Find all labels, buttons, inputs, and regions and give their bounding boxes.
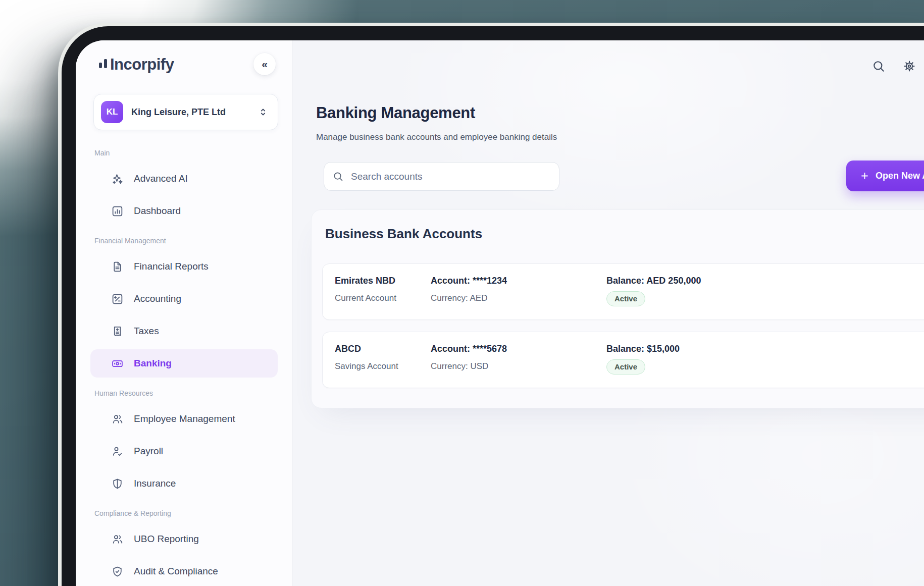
sidebar-item-accounting[interactable]: Accounting (90, 285, 278, 313)
account-number-column: Account: ****1234 Currency: AED (431, 275, 507, 304)
app-surface: Incorpify « KL King Leisure, PTE Ltd Mai… (76, 40, 924, 586)
account-row-emirates-nbd[interactable]: Emirates NBD Current Account Account: **… (322, 263, 924, 320)
status-badge: Active (606, 291, 645, 306)
sidebar-item-label: Insurance (134, 478, 176, 489)
account-currency: Currency: AED (431, 293, 507, 304)
sidebar-item-audit-compliance[interactable]: Audit & Compliance (90, 557, 278, 585)
account-balance: Balance: $15,000 (606, 343, 680, 355)
sidebar-item-label: Audit & Compliance (134, 566, 218, 577)
sidebar-item-advanced-ai[interactable]: Advanced AI (90, 165, 278, 193)
account-number: Account: ****5678 (431, 343, 507, 355)
account-currency: Currency: USD (431, 361, 507, 372)
account-balance: Balance: AED 250,000 (606, 275, 701, 287)
search-icon (332, 171, 344, 182)
bank-name: ABCD (335, 343, 398, 355)
brand-name: Incorpify (110, 56, 174, 74)
page-title: Banking Management (316, 104, 475, 122)
sidebar-item-label: Financial Reports (134, 261, 209, 272)
sidebar-item-label: Payroll (134, 446, 163, 457)
sidebar: Incorpify « KL King Leisure, PTE Ltd Mai… (76, 40, 293, 586)
account-type: Savings Account (335, 361, 398, 372)
sidebar-item-employee-management[interactable]: Employee Management (90, 405, 278, 433)
account-number: Account: ****1234 (431, 275, 507, 287)
app-window-frame: Incorpify « KL King Leisure, PTE Ltd Mai… (62, 26, 924, 586)
sidebar-item-label: Banking (134, 358, 172, 369)
plus-icon (860, 171, 869, 181)
nav-section-hr: Human Resources (94, 389, 278, 398)
unfold-chevrons-icon (258, 106, 269, 118)
sidebar-item-payroll[interactable]: Payroll (90, 437, 278, 465)
shield-check-icon (111, 565, 124, 578)
banknote-icon (111, 357, 124, 370)
business-bank-accounts-card: Business Bank Accounts Emirates NBD Curr… (311, 209, 924, 408)
status-badge: Active (606, 359, 645, 375)
nav-section-financial: Financial Management (94, 236, 278, 245)
sidebar-nav: Main Advanced AI Dashboard Financial (76, 137, 292, 586)
sidebar-item-label: Dashboard (134, 205, 181, 217)
brand-bars-icon (99, 59, 107, 71)
account-bank-column: ABCD Savings Account (335, 343, 398, 372)
accounts-search-field (324, 162, 559, 191)
company-avatar: KL (101, 101, 123, 123)
brand-logo: Incorpify (99, 55, 174, 75)
sidebar-item-ubo-reporting[interactable]: UBO Reporting (90, 525, 278, 553)
search-icon[interactable] (871, 59, 886, 73)
sidebar-item-dashboard[interactable]: Dashboard (90, 197, 278, 225)
sidebar-item-label: Accounting (134, 293, 181, 304)
sidebar-item-insurance[interactable]: Insurance (90, 469, 278, 498)
page-subtitle: Manage business bank accounts and employ… (316, 132, 557, 142)
nav-section-compliance: Compliance & Reporting (94, 509, 278, 518)
sidebar-item-label: Advanced AI (134, 173, 188, 184)
collapse-chevrons-icon: « (262, 58, 268, 70)
card-title: Business Bank Accounts (325, 226, 482, 242)
open-new-account-label: Open New Account (876, 171, 924, 181)
sidebar-collapse-button[interactable]: « (253, 53, 276, 75)
users-icon (111, 533, 124, 546)
receipt-icon (111, 325, 124, 338)
users-icon (111, 413, 124, 425)
account-type: Current Account (335, 293, 396, 304)
sidebar-item-taxes[interactable]: Taxes (90, 317, 278, 345)
search-accounts-input[interactable] (351, 171, 551, 182)
sidebar-item-label: Employee Management (134, 413, 235, 424)
desktop-background: Incorpify « KL King Leisure, PTE Ltd Mai… (0, 0, 924, 586)
main-content: Banking Management Manage business bank … (293, 40, 924, 586)
account-balance-column: Balance: $15,000 Active (606, 343, 680, 375)
account-balance-column: Balance: AED 250,000 Active (606, 275, 701, 306)
sidebar-item-financial-reports[interactable]: Financial Reports (90, 252, 278, 281)
account-bank-column: Emirates NBD Current Account (335, 275, 396, 304)
account-number-column: Account: ****5678 Currency: USD (431, 343, 507, 372)
gear-icon[interactable] (902, 59, 916, 73)
sidebar-item-label: Taxes (134, 326, 159, 337)
company-selector[interactable]: KL King Leisure, PTE Ltd (93, 94, 278, 130)
user-check-icon (111, 445, 124, 458)
open-new-account-button[interactable]: Open New Account (846, 161, 924, 191)
calculator-icon (111, 293, 124, 305)
nav-section-main: Main (94, 148, 278, 157)
sidebar-item-label: UBO Reporting (134, 534, 199, 545)
sparkles-icon (111, 173, 124, 185)
bar-chart-icon (111, 205, 124, 218)
document-icon (111, 260, 124, 273)
account-row-abcd[interactable]: ABCD Savings Account Account: ****5678 C… (322, 332, 924, 388)
bank-name: Emirates NBD (335, 275, 396, 287)
company-name: King Leisure, PTE Ltd (131, 107, 258, 118)
shield-icon (111, 477, 124, 490)
sidebar-item-banking[interactable]: Banking (90, 349, 278, 378)
